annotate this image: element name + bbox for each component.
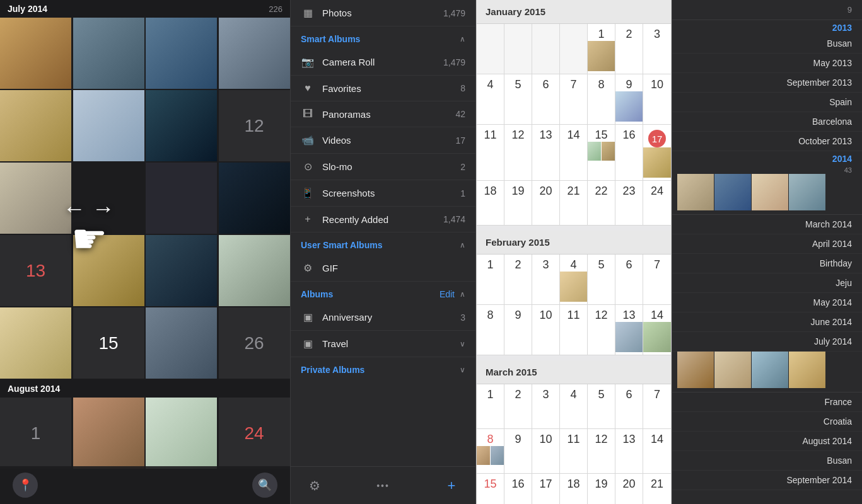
index-photo-thumb[interactable]	[752, 174, 788, 210]
index-photo-thumb[interactable]	[789, 174, 825, 210]
cal-day-1[interactable]: 1	[588, 24, 615, 74]
albums-section-header[interactable]: Albums Edit ∧	[291, 282, 475, 304]
cal-day-12[interactable]: 12	[504, 125, 532, 180]
index-photo-thumb[interactable]	[677, 352, 714, 388]
cal-day-24[interactable]: 24	[643, 181, 671, 225]
index-photo-thumb[interactable]	[789, 352, 825, 388]
cal-day-4[interactable]: 4	[477, 74, 504, 124]
private-albums-section-header[interactable]: Private Albums ∨	[291, 357, 475, 380]
photo-cell[interactable]	[0, 90, 71, 161]
cal-day-18[interactable]: 18	[560, 474, 588, 504]
cal-day-11[interactable]: 11	[477, 125, 504, 180]
cal-day-7[interactable]: 7	[643, 255, 671, 304]
cal-day-11[interactable]: 11	[560, 429, 588, 473]
cal-day-9[interactable]: 9	[615, 74, 643, 124]
index-year-2014[interactable]: 2014	[672, 151, 862, 165]
day-number-cell[interactable]: 24	[219, 398, 290, 469]
index-entry-busan[interactable]: Busan	[672, 34, 862, 54]
day-number-cell[interactable]: 12	[219, 90, 290, 161]
index-entry-busan-2014[interactable]: Busan	[672, 451, 862, 471]
sidebar-item-gif[interactable]: ⚙ GIF	[291, 255, 475, 282]
cal-day-16[interactable]: 16	[504, 474, 532, 504]
photo-cell[interactable]	[219, 163, 290, 234]
cal-day-3[interactable]: 3	[532, 255, 560, 304]
cal-day-10[interactable]: 10	[532, 429, 560, 473]
index-photo-thumb[interactable]	[677, 174, 714, 210]
cal-day-8[interactable]: 8	[477, 305, 504, 355]
photo-cell[interactable]	[146, 235, 217, 306]
more-button[interactable]: •••	[372, 474, 395, 497]
location-button[interactable]: 📍	[13, 472, 38, 498]
index-entry-spain[interactable]: Spain	[672, 93, 862, 112]
cal-day-13[interactable]: 13	[615, 305, 643, 355]
index-entry-may-2014[interactable]: May 2014	[672, 293, 862, 312]
cal-day-4[interactable]: 4	[560, 384, 588, 428]
cal-day-15[interactable]: 15	[588, 125, 615, 180]
cal-day-6[interactable]: 6	[615, 384, 643, 428]
cal-day-22[interactable]: 22	[588, 181, 615, 225]
cal-day-21[interactable]: 21	[643, 474, 671, 504]
photo-cell[interactable]	[219, 235, 290, 306]
cal-day-18[interactable]: 18	[477, 181, 504, 225]
cal-day-9[interactable]: 9	[504, 305, 532, 355]
photo-cell[interactable]	[73, 90, 144, 161]
sidebar-item-camera-roll[interactable]: 📷 Camera Roll 1,479	[291, 49, 475, 76]
cal-day-7[interactable]: 7	[560, 74, 588, 124]
cal-day-1[interactable]: 1	[477, 384, 504, 428]
index-entry-birthday[interactable]: Birthday	[672, 254, 862, 273]
sidebar-scroll-area[interactable]: ▦ Photos 1,479 Smart Albums ∧ 📷 Camera R…	[291, 0, 475, 466]
cal-day-6[interactable]: 6	[532, 74, 560, 124]
cal-day-9[interactable]: 9	[504, 429, 532, 473]
index-entry-september-2014[interactable]: September 2014	[672, 471, 862, 490]
cal-day-8[interactable]: 8	[588, 74, 615, 124]
cal-day-5[interactable]: 5	[588, 384, 615, 428]
cal-day-10[interactable]: 10	[532, 305, 560, 355]
user-smart-albums-section-header[interactable]: User Smart Albums ∧	[291, 232, 475, 255]
sidebar-item-anniversary[interactable]: ▣ Anniversary 3	[291, 304, 475, 331]
cal-day-3[interactable]: 3	[643, 24, 671, 74]
sidebar-item-favorites[interactable]: ♥ Favorites 8	[291, 76, 475, 101]
cal-day-4[interactable]: 4	[560, 255, 588, 304]
cal-day-14[interactable]: 14	[560, 125, 588, 180]
cal-day-17[interactable]: 17	[532, 474, 560, 504]
cal-day-6[interactable]: 6	[615, 255, 643, 304]
day-number-cell[interactable]: 26	[219, 307, 290, 379]
index-photo-thumb[interactable]	[714, 174, 751, 210]
index-entry-march-2014[interactable]: March 2014	[672, 215, 862, 234]
cal-day-2[interactable]: 2	[504, 255, 532, 304]
index-entry-barcelona[interactable]: Barcelona	[672, 112, 862, 132]
photo-cell[interactable]	[146, 18, 217, 89]
index-entry-june-2014[interactable]: June 2014	[672, 312, 862, 332]
index-entry-jeju[interactable]: Jeju	[672, 273, 862, 293]
search-button[interactable]: 🔍	[252, 472, 277, 498]
photo-cell[interactable]	[146, 163, 217, 234]
photo-cell[interactable]	[146, 90, 217, 161]
cal-day-2[interactable]: 2	[615, 24, 643, 74]
cal-day-1[interactable]: 1	[477, 255, 504, 304]
settings-button[interactable]: ⚙	[303, 474, 326, 497]
cal-day-8[interactable]: 8	[477, 429, 504, 473]
index-entry-april-2014[interactable]: April 2014	[672, 234, 862, 254]
index-entry-september-2013[interactable]: September 2013	[672, 73, 862, 93]
index-entry-may-2013[interactable]: May 2013	[672, 54, 862, 73]
cal-day-20[interactable]: 20	[615, 474, 643, 504]
index-entry-france[interactable]: France	[672, 392, 862, 412]
photo-cell[interactable]	[73, 398, 144, 469]
photo-cell[interactable]	[146, 307, 217, 379]
index-entry-august-2014[interactable]: August 2014	[672, 432, 862, 451]
smart-albums-section-header[interactable]: Smart Albums ∧	[291, 26, 475, 49]
sidebar-item-recently-added[interactable]: + Recently Added 1,474	[291, 207, 475, 232]
cal-day-21[interactable]: 21	[560, 181, 588, 225]
cal-day-15[interactable]: 15	[477, 474, 504, 504]
photo-cell[interactable]	[0, 307, 71, 379]
index-year-2013[interactable]: 2013	[672, 20, 862, 34]
day-number-cell[interactable]: 15	[73, 307, 144, 379]
add-button[interactable]: +	[440, 474, 463, 497]
sidebar-item-travel[interactable]: ▣ Travel ∨	[291, 331, 475, 357]
index-photo-thumb[interactable]	[714, 352, 751, 388]
cal-day-12[interactable]: 12	[588, 305, 615, 355]
photo-cell[interactable]	[0, 163, 71, 234]
albums-edit-button[interactable]: Edit	[440, 289, 455, 299]
sidebar-item-slo-mo[interactable]: ⊙ Slo-mo 2	[291, 154, 475, 180]
sidebar-item-panoramas[interactable]: 🎞 Panoramas 42	[291, 101, 475, 127]
